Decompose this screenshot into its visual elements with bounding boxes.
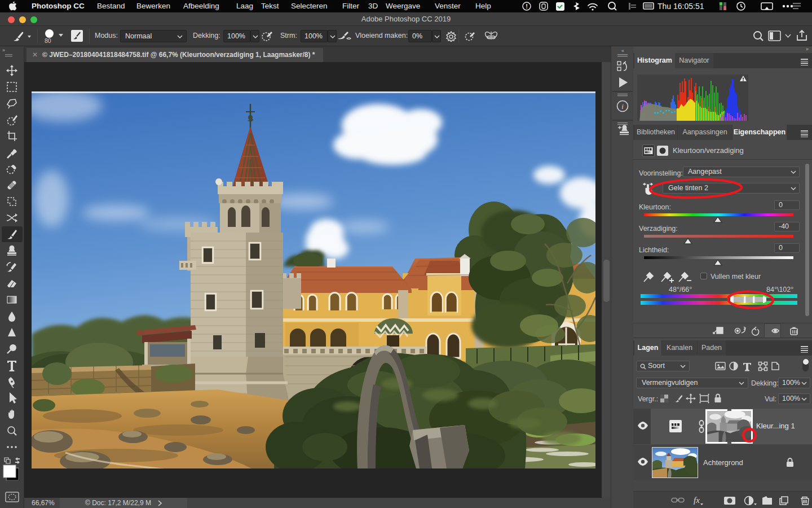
svg-text:!: ! xyxy=(526,3,528,10)
svg-text:i: i xyxy=(621,102,624,111)
svg-text:»: » xyxy=(2,47,6,53)
svg-text:«: « xyxy=(621,48,624,54)
svg-text:fx: fx xyxy=(694,496,700,505)
